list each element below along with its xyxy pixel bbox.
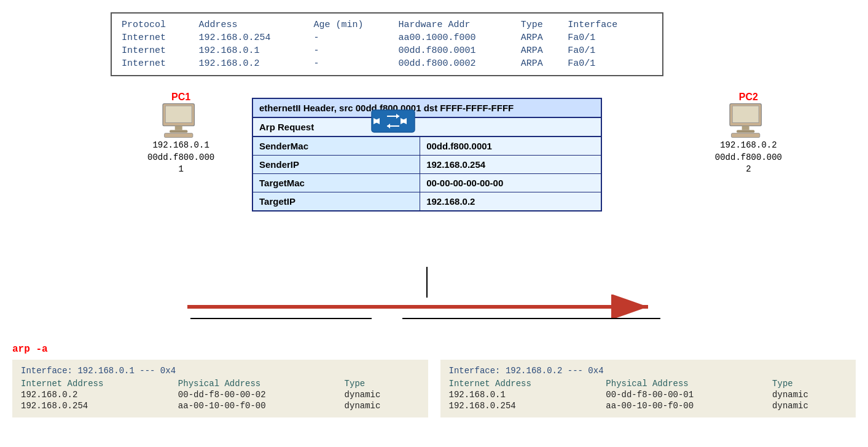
- line-switch-pc2: [402, 318, 660, 319]
- arp-panel-right: Interface: 192.168.0.2 --- 0x4 Internet …: [440, 360, 856, 417]
- col-type: Type: [772, 378, 847, 389]
- svg-rect-1: [165, 106, 192, 122]
- diagram-area: ethernetII Header, src 00dd.f800.0001 ds…: [0, 92, 868, 356]
- arp-panel-right-table: Internet Address Physical Address Type 1…: [449, 378, 848, 411]
- arp-field-row: SenderIP 192.168.0.254: [253, 156, 601, 174]
- svg-rect-4: [164, 133, 192, 138]
- arp-broadcast-arrow: [187, 295, 660, 319]
- arp-cache-table: Protocol Address Age (min) Hardware Addr…: [111, 12, 663, 76]
- col-type: Type: [521, 18, 568, 31]
- table-row: Internet 192.168.0.1 - 00dd.f800.0001 AR…: [122, 44, 652, 57]
- ethernet-header-box: ethernetII Header, src 00dd.f800.0001 ds…: [252, 98, 602, 212]
- arp-panel-left: Interface: 192.168.0.1 --- 0x4 Internet …: [12, 360, 428, 417]
- col-protocol: Protocol: [122, 18, 199, 31]
- col-physical-addr: Physical Address: [606, 378, 772, 389]
- pc1-label: PC1: [147, 92, 214, 103]
- arp-field-row: TargetIP 192.168.0.2: [253, 192, 601, 211]
- arp-a-command: arp -a: [12, 344, 868, 355]
- field-key: TargetIP: [253, 192, 420, 211]
- table-row: 192.168.0.1 00-dd-f8-00-00-01 dynamic: [449, 389, 848, 400]
- field-key: TargetMac: [253, 174, 420, 192]
- col-type: Type: [345, 378, 420, 389]
- table-row: 192.168.0.254 aa-00-10-00-f0-00 dynamic: [21, 400, 420, 411]
- vertical-connector-line: [426, 267, 428, 298]
- table-header-row: Internet Address Physical Address Type: [21, 378, 420, 389]
- eth-header-title: ethernetII Header, src 00dd.f800.0001 ds…: [253, 99, 601, 118]
- field-value: 192.168.0.254: [420, 156, 601, 174]
- pc2-label: PC2: [715, 92, 782, 103]
- pc2-icon: [727, 103, 770, 140]
- line-pc1-switch: [190, 318, 372, 319]
- table-header-row: Internet Address Physical Address Type: [449, 378, 848, 389]
- field-value: 192.168.0.2: [420, 192, 601, 211]
- arp-fields-table: SenderMac 00dd.f800.0001 SenderIP 192.16…: [253, 136, 601, 210]
- col-address: Address: [199, 18, 314, 31]
- arp-panel-left-table: Internet Address Physical Address Type 1…: [21, 378, 420, 411]
- arp-request-label: Arp Request: [253, 118, 601, 136]
- svg-rect-2: [174, 126, 182, 130]
- col-age: Age (min): [314, 18, 399, 31]
- col-internet-addr: Internet Address: [21, 378, 178, 389]
- table-row: Internet 192.168.0.2 - 00dd.f800.0002 AR…: [122, 57, 652, 70]
- pc1-icon: [160, 103, 203, 140]
- svg-rect-3: [170, 130, 187, 133]
- svg-rect-17: [733, 106, 759, 122]
- arp-panel-right-title: Interface: 192.168.0.2 --- 0x4: [449, 366, 848, 376]
- svg-rect-20: [732, 133, 760, 138]
- col-hardware: Hardware Addr: [398, 18, 520, 31]
- arp-field-row: TargetMac 00-00-00-00-00-00: [253, 174, 601, 192]
- table-row: Internet 192.168.0.254 - aa00.1000.f000 …: [122, 31, 652, 44]
- field-value: 00-00-00-00-00-00: [420, 174, 601, 192]
- switch-group: [369, 103, 418, 143]
- pc1-info: 192.168.0.1 00dd.f800.000 1: [147, 140, 214, 176]
- table-row: 192.168.0.254 aa-00-10-00-f0-00 dynamic: [449, 400, 848, 411]
- field-value: 00dd.f800.0001: [420, 137, 601, 156]
- pc2-info: 192.168.0.2 00dd.f800.000 2: [715, 140, 782, 176]
- field-key: SenderIP: [253, 156, 420, 174]
- arp-table-header-row: Protocol Address Age (min) Hardware Addr…: [122, 18, 652, 31]
- switch-icon: [369, 103, 418, 140]
- arp-field-row: SenderMac 00dd.f800.0001: [253, 137, 601, 156]
- col-physical-addr: Physical Address: [178, 378, 345, 389]
- arp-panel-left-title: Interface: 192.168.0.1 --- 0x4: [21, 366, 420, 376]
- svg-rect-19: [737, 130, 755, 133]
- svg-rect-18: [742, 126, 749, 130]
- col-interface: Interface: [568, 18, 652, 31]
- table-row: 192.168.0.2 00-dd-f8-00-00-02 dynamic: [21, 389, 420, 400]
- pc2-group: PC2 192.168.0.2 00dd.f800.000 2: [715, 92, 782, 176]
- pc1-group: PC1 192.168.0.1 00dd.f800.000 1: [147, 92, 214, 176]
- col-internet-addr: Internet Address: [449, 378, 606, 389]
